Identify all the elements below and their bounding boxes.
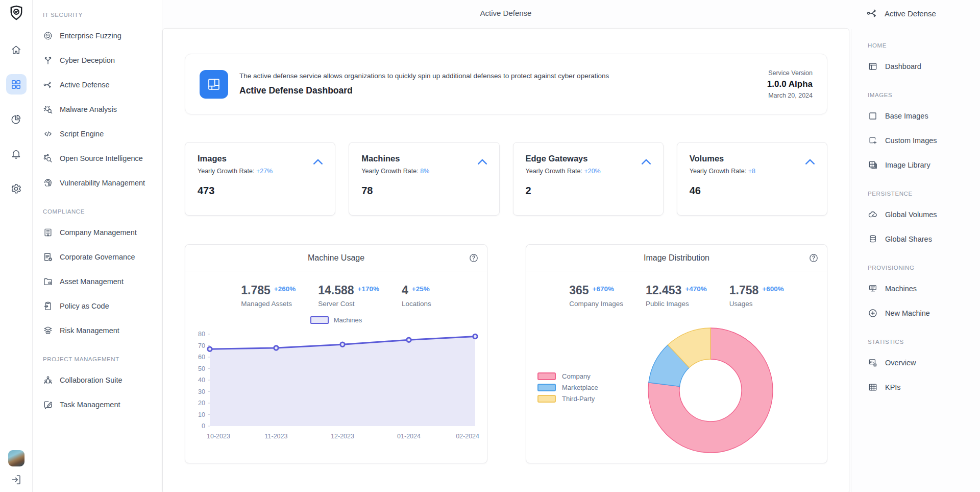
right-sidebar-sections: HOME Dashboard IMAGES Base Images Custom…: [868, 41, 976, 400]
svg-text:30: 30: [198, 388, 205, 395]
sidebar-section-it-security: IT SECURITY Enterprise Fuzzing Cyber Dec…: [43, 11, 157, 195]
sidebar-item-label: Enterprise Fuzzing: [60, 32, 121, 40]
layers-eye-icon: [43, 325, 53, 336]
server-monitor-icon: [868, 284, 878, 294]
stat-delta: +470%: [685, 285, 706, 293]
section-label: PROVISIONING: [868, 264, 976, 272]
stat-growth: Yearly Growth Rate: +20%: [526, 168, 651, 175]
rs-section-statistics: STATISTICS Overview KPIs: [868, 338, 976, 400]
rs-item-label: KPIs: [885, 383, 901, 391]
rs-section-images: IMAGES Base Images Custom Images Image L…: [868, 91, 976, 177]
rs-item-label: Base Images: [885, 112, 928, 120]
section-label: PROJECT MANAGEMENT: [43, 355, 157, 363]
rs-item-label: Overview: [885, 359, 916, 367]
donut-legend: Company Marketplace Third-Party: [537, 372, 598, 403]
sidebar-item-vulnerability-management[interactable]: Vulnerability Management: [43, 171, 157, 195]
rail-apps-button-active[interactable]: [6, 74, 27, 95]
sidebar-item-collaboration-suite[interactable]: Collaboration Suite: [43, 368, 157, 392]
legend-swatch: [537, 372, 556, 380]
folder-icon: [43, 276, 53, 287]
sidebar-item-malware-analysis[interactable]: Malware Analysis: [43, 97, 157, 122]
sidebar-item-corporate-governance[interactable]: Corporate Governance: [43, 245, 157, 269]
help-icon[interactable]: [469, 253, 479, 263]
sidebar-item-script-engine[interactable]: Script Engine: [43, 122, 157, 146]
help-icon[interactable]: [808, 253, 819, 263]
rs-item-image-library[interactable]: Image Library: [868, 153, 976, 177]
rs-item-dashboard[interactable]: Dashboard: [868, 54, 976, 79]
sidebar-item-active-defense[interactable]: Active Defense: [43, 73, 157, 97]
legend-item-marketplace[interactable]: Marketplace: [537, 384, 598, 391]
rs-item-machines[interactable]: Machines: [868, 276, 976, 301]
chart-title: Machine Usage: [308, 253, 364, 263]
rs-item-kpis[interactable]: KPIs: [868, 375, 976, 400]
service-banner: The active defense service allows organi…: [185, 54, 827, 114]
machines-legend-label: Machines: [334, 316, 362, 324]
sidebar-item-enterprise-fuzzing[interactable]: Enterprise Fuzzing: [43, 24, 157, 48]
machine-usage-stats: 1.785+260% Managed Assets 14.588+170% Se…: [185, 285, 487, 308]
sidebar-item-cyber-deception[interactable]: Cyber Deception: [43, 48, 157, 73]
image-distribution-donut[interactable]: [647, 326, 774, 454]
charts-row: Machine Usage 1.785+260% Managed Assets …: [185, 244, 827, 463]
sidebar-item-policy-as-code[interactable]: Policy as Code: [43, 294, 157, 318]
sidebar-item-asset-management[interactable]: Asset Management: [43, 269, 157, 294]
sidebar-item-task-management[interactable]: Task Management: [43, 392, 157, 417]
banner-text: The active defense service allows organi…: [239, 72, 609, 96]
machines-legend-item[interactable]: Machines: [185, 316, 487, 324]
collapse-chevron-up-icon[interactable]: [477, 158, 488, 165]
left-sidebar: IT SECURITY Enterprise Fuzzing Cyber Dec…: [33, 0, 162, 492]
svg-text:10-2023: 10-2023: [207, 433, 230, 440]
rail-home-button[interactable]: [6, 39, 27, 60]
growth-value: +20%: [584, 168, 600, 175]
collapse-chevron-up-icon[interactable]: [641, 158, 652, 165]
rs-item-label: Global Shares: [885, 235, 932, 243]
sidebar-item-label: Vulnerability Management: [60, 179, 145, 187]
legend-item-third-party[interactable]: Third-Party: [537, 395, 598, 403]
sidebar-item-company-management[interactable]: Company Management: [43, 220, 157, 245]
logout-icon[interactable]: [10, 474, 22, 486]
service-version-block: Service Version 1.0.0 Alpha March 20, 20…: [767, 69, 813, 99]
sidebar-section-project-management: PROJECT MANAGEMENT Collaboration Suite T…: [43, 355, 157, 417]
stat-card-edge-gateways: Edge Gateways Yearly Growth Rate: +20% 2: [513, 142, 664, 216]
svg-text:0: 0: [202, 423, 205, 430]
pie-chart-icon: [10, 113, 22, 125]
rs-item-global-shares[interactable]: Global Shares: [868, 227, 976, 251]
rail-notifications-button[interactable]: [6, 144, 27, 164]
rs-item-label: Machines: [885, 285, 917, 293]
square-icon: [868, 111, 878, 121]
sidebar-item-open-source-intelligence[interactable]: Open Source Intelligence: [43, 146, 157, 171]
rs-item-global-volumes[interactable]: Global Volumes: [868, 202, 976, 227]
rs-item-overview[interactable]: Overview: [868, 350, 976, 375]
section-label: IMAGES: [868, 91, 976, 99]
sidebar-section-compliance: COMPLIANCE Company Management Corporate …: [43, 207, 157, 343]
chart-stat: 12.453+470% Public Images: [646, 285, 707, 308]
section-label: PERSISTENCE: [868, 190, 976, 198]
collapse-chevron-up-icon[interactable]: [312, 158, 324, 165]
rs-item-custom-images[interactable]: Custom Images: [868, 128, 976, 153]
machine-usage-line-chart[interactable]: 0102030405060708010-202311-202312-202301…: [189, 326, 483, 447]
database-icon: [868, 234, 878, 244]
svg-text:01-2024: 01-2024: [397, 433, 421, 440]
service-version-label: Service Version: [767, 69, 813, 77]
user-avatar[interactable]: [8, 450, 24, 466]
svg-text:40: 40: [198, 377, 205, 384]
section-label: HOME: [868, 41, 976, 50]
stat-card-images: Images Yearly Growth Rate: +27% 473: [185, 142, 335, 216]
banner-description: The active defense service allows organi…: [239, 72, 609, 80]
rs-item-label: Dashboard: [885, 62, 921, 71]
sidebar-item-risk-management[interactable]: Risk Management: [43, 318, 157, 343]
rail-settings-button[interactable]: [6, 178, 27, 199]
section-label: IT SECURITY: [43, 11, 157, 19]
collapse-chevron-up-icon[interactable]: [804, 158, 816, 165]
sidebar-item-label: Malware Analysis: [60, 105, 117, 113]
code-icon: [43, 129, 53, 139]
rs-item-base-images[interactable]: Base Images: [868, 104, 976, 128]
legend-item-company[interactable]: Company: [537, 372, 598, 380]
rs-item-new-machine[interactable]: New Machine: [868, 301, 976, 325]
sidebar-item-label: Risk Management: [60, 326, 119, 335]
sidebar-item-label: Company Management: [60, 228, 137, 237]
clipboard-arrow-icon: [43, 301, 53, 311]
rs-item-label: Image Library: [885, 161, 930, 169]
rail-analytics-button[interactable]: [6, 109, 27, 129]
app-logo-shield-icon: [8, 4, 25, 21]
fingerprint-icon: [43, 178, 53, 188]
